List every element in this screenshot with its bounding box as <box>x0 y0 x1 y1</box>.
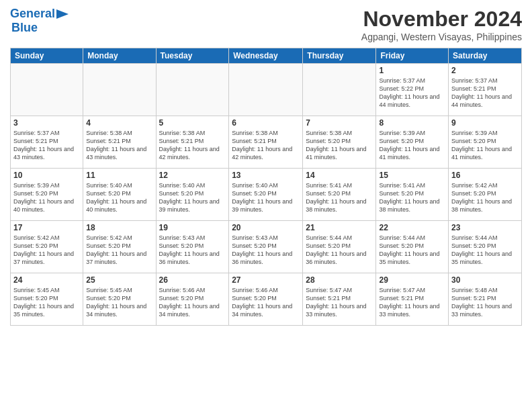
calendar-cell <box>303 64 376 116</box>
calendar-cell: 10Sunrise: 5:39 AM Sunset: 5:20 PM Dayli… <box>11 169 83 221</box>
day-info: Sunrise: 5:46 AM Sunset: 5:20 PM Dayligh… <box>232 286 300 319</box>
day-info: Sunrise: 5:39 AM Sunset: 5:20 PM Dayligh… <box>379 129 445 162</box>
day-number: 25 <box>86 275 152 285</box>
calendar-cell: 12Sunrise: 5:40 AM Sunset: 5:20 PM Dayli… <box>156 169 229 221</box>
day-info: Sunrise: 5:47 AM Sunset: 5:21 PM Dayligh… <box>306 286 373 319</box>
calendar-cell: 27Sunrise: 5:46 AM Sunset: 5:20 PM Dayli… <box>229 273 303 326</box>
calendar-cell: 22Sunrise: 5:44 AM Sunset: 5:20 PM Dayli… <box>376 221 449 273</box>
day-number: 4 <box>86 118 152 128</box>
logo: General Blue <box>10 7 70 35</box>
location: Agpangi, Western Visayas, Philippines <box>361 32 522 42</box>
day-info: Sunrise: 5:41 AM Sunset: 5:20 PM Dayligh… <box>379 181 445 214</box>
calendar-cell: 11Sunrise: 5:40 AM Sunset: 5:20 PM Dayli… <box>83 169 156 221</box>
day-info: Sunrise: 5:42 AM Sunset: 5:20 PM Dayligh… <box>451 181 519 214</box>
calendar-cell: 4Sunrise: 5:38 AM Sunset: 5:21 PM Daylig… <box>83 116 156 169</box>
day-info: Sunrise: 5:38 AM Sunset: 5:21 PM Dayligh… <box>159 129 226 162</box>
calendar-cell: 23Sunrise: 5:44 AM Sunset: 5:20 PM Dayli… <box>449 221 522 273</box>
day-info: Sunrise: 5:40 AM Sunset: 5:20 PM Dayligh… <box>232 181 300 214</box>
col-header-tuesday: Tuesday <box>156 48 229 64</box>
week-row-4: 17Sunrise: 5:42 AM Sunset: 5:20 PM Dayli… <box>11 221 522 273</box>
day-number: 10 <box>13 171 80 180</box>
day-number: 24 <box>13 275 80 285</box>
calendar-cell: 14Sunrise: 5:41 AM Sunset: 5:20 PM Dayli… <box>303 169 376 221</box>
calendar-cell: 15Sunrise: 5:41 AM Sunset: 5:20 PM Dayli… <box>376 169 449 221</box>
day-number: 5 <box>159 118 226 128</box>
calendar-cell: 13Sunrise: 5:40 AM Sunset: 5:20 PM Dayli… <box>229 169 303 221</box>
day-number: 8 <box>379 118 445 128</box>
day-number: 7 <box>306 118 373 128</box>
day-info: Sunrise: 5:40 AM Sunset: 5:20 PM Dayligh… <box>86 181 152 214</box>
day-number: 22 <box>379 223 445 232</box>
svg-marker-0 <box>56 9 69 19</box>
day-info: Sunrise: 5:44 AM Sunset: 5:20 PM Dayligh… <box>306 234 373 267</box>
header: General Blue November 2024 Agpangi, West… <box>10 7 522 42</box>
day-info: Sunrise: 5:37 AM Sunset: 5:21 PM Dayligh… <box>13 129 80 162</box>
day-info: Sunrise: 5:37 AM Sunset: 5:22 PM Dayligh… <box>379 77 445 109</box>
day-number: 15 <box>379 171 445 180</box>
day-number: 12 <box>159 171 226 180</box>
col-header-monday: Monday <box>83 48 156 64</box>
day-number: 30 <box>451 275 519 285</box>
week-row-5: 24Sunrise: 5:45 AM Sunset: 5:20 PM Dayli… <box>11 273 522 326</box>
day-info: Sunrise: 5:47 AM Sunset: 5:21 PM Dayligh… <box>379 286 445 319</box>
day-number: 27 <box>232 275 300 285</box>
col-header-wednesday: Wednesday <box>229 48 303 64</box>
calendar-cell: 18Sunrise: 5:42 AM Sunset: 5:20 PM Dayli… <box>83 221 156 273</box>
col-header-saturday: Saturday <box>449 48 522 64</box>
day-number: 1 <box>379 66 445 75</box>
calendar-header-row: SundayMondayTuesdayWednesdayThursdayFrid… <box>11 48 522 64</box>
calendar-cell <box>156 64 229 116</box>
calendar-cell: 28Sunrise: 5:47 AM Sunset: 5:21 PM Dayli… <box>303 273 376 326</box>
calendar-cell: 24Sunrise: 5:45 AM Sunset: 5:20 PM Dayli… <box>11 273 83 326</box>
day-number: 6 <box>232 118 300 128</box>
calendar-cell <box>83 64 156 116</box>
calendar-cell: 5Sunrise: 5:38 AM Sunset: 5:21 PM Daylig… <box>156 116 229 169</box>
week-row-3: 10Sunrise: 5:39 AM Sunset: 5:20 PM Dayli… <box>11 169 522 221</box>
day-number: 9 <box>451 118 519 128</box>
day-info: Sunrise: 5:40 AM Sunset: 5:20 PM Dayligh… <box>159 181 226 214</box>
day-info: Sunrise: 5:42 AM Sunset: 5:20 PM Dayligh… <box>86 234 152 267</box>
calendar-cell: 16Sunrise: 5:42 AM Sunset: 5:20 PM Dayli… <box>449 169 522 221</box>
calendar-cell <box>229 64 303 116</box>
day-info: Sunrise: 5:37 AM Sunset: 5:21 PM Dayligh… <box>451 77 519 109</box>
calendar-cell: 19Sunrise: 5:43 AM Sunset: 5:20 PM Dayli… <box>156 221 229 273</box>
day-info: Sunrise: 5:45 AM Sunset: 5:20 PM Dayligh… <box>86 286 152 319</box>
day-info: Sunrise: 5:41 AM Sunset: 5:20 PM Dayligh… <box>306 181 373 214</box>
day-info: Sunrise: 5:38 AM Sunset: 5:21 PM Dayligh… <box>86 129 152 162</box>
calendar-cell: 21Sunrise: 5:44 AM Sunset: 5:20 PM Dayli… <box>303 221 376 273</box>
day-number: 11 <box>86 171 152 180</box>
day-info: Sunrise: 5:38 AM Sunset: 5:21 PM Dayligh… <box>232 129 300 162</box>
calendar-cell: 29Sunrise: 5:47 AM Sunset: 5:21 PM Dayli… <box>376 273 449 326</box>
week-row-1: 1Sunrise: 5:37 AM Sunset: 5:22 PM Daylig… <box>11 64 522 116</box>
calendar-cell: 8Sunrise: 5:39 AM Sunset: 5:20 PM Daylig… <box>376 116 449 169</box>
calendar-cell: 1Sunrise: 5:37 AM Sunset: 5:22 PM Daylig… <box>376 64 449 116</box>
day-number: 26 <box>159 275 226 285</box>
month-year: November 2024 <box>361 7 522 32</box>
day-info: Sunrise: 5:43 AM Sunset: 5:20 PM Dayligh… <box>159 234 226 267</box>
day-info: Sunrise: 5:39 AM Sunset: 5:20 PM Dayligh… <box>451 129 519 162</box>
day-number: 14 <box>306 171 373 180</box>
calendar-cell: 30Sunrise: 5:48 AM Sunset: 5:21 PM Dayli… <box>449 273 522 326</box>
day-info: Sunrise: 5:44 AM Sunset: 5:20 PM Dayligh… <box>451 234 519 267</box>
calendar-cell: 26Sunrise: 5:46 AM Sunset: 5:20 PM Dayli… <box>156 273 229 326</box>
day-info: Sunrise: 5:45 AM Sunset: 5:20 PM Dayligh… <box>13 286 80 319</box>
day-info: Sunrise: 5:42 AM Sunset: 5:20 PM Dayligh… <box>13 234 80 267</box>
logo-general: General <box>10 7 55 21</box>
day-info: Sunrise: 5:46 AM Sunset: 5:20 PM Dayligh… <box>159 286 226 319</box>
day-number: 19 <box>159 223 226 232</box>
day-number: 3 <box>13 118 80 128</box>
col-header-sunday: Sunday <box>11 48 83 64</box>
calendar-cell: 20Sunrise: 5:43 AM Sunset: 5:20 PM Dayli… <box>229 221 303 273</box>
day-number: 13 <box>232 171 300 180</box>
day-number: 18 <box>86 223 152 232</box>
page: General Blue November 2024 Agpangi, West… <box>0 0 532 411</box>
calendar-cell: 9Sunrise: 5:39 AM Sunset: 5:20 PM Daylig… <box>449 116 522 169</box>
col-header-friday: Friday <box>376 48 449 64</box>
week-row-2: 3Sunrise: 5:37 AM Sunset: 5:21 PM Daylig… <box>11 116 522 169</box>
day-number: 2 <box>451 66 519 75</box>
logo-blue: Blue <box>11 21 38 35</box>
day-number: 17 <box>13 223 80 232</box>
day-info: Sunrise: 5:44 AM Sunset: 5:20 PM Dayligh… <box>379 234 445 267</box>
calendar-cell: 7Sunrise: 5:38 AM Sunset: 5:20 PM Daylig… <box>303 116 376 169</box>
calendar-cell: 17Sunrise: 5:42 AM Sunset: 5:20 PM Dayli… <box>11 221 83 273</box>
